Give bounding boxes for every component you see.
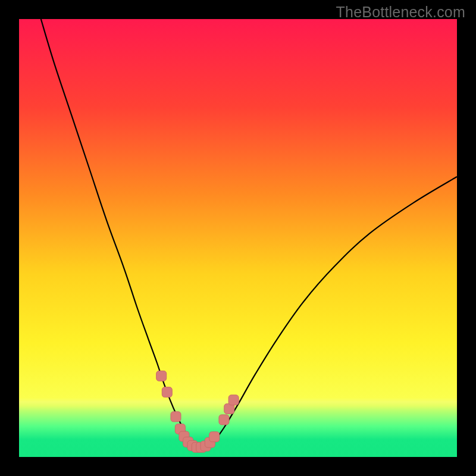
plot-background <box>19 19 457 457</box>
bottleneck-marker <box>162 387 172 397</box>
bottleneck-marker <box>156 371 167 381</box>
watermark-text: TheBottleneck.com <box>336 4 465 21</box>
bottleneck-marker <box>228 395 239 405</box>
bottleneck-chart <box>0 0 476 476</box>
chart-frame: TheBottleneck.com <box>0 0 476 476</box>
bottleneck-marker <box>171 412 181 422</box>
bottleneck-marker <box>209 432 220 442</box>
bottleneck-marker <box>219 415 229 425</box>
